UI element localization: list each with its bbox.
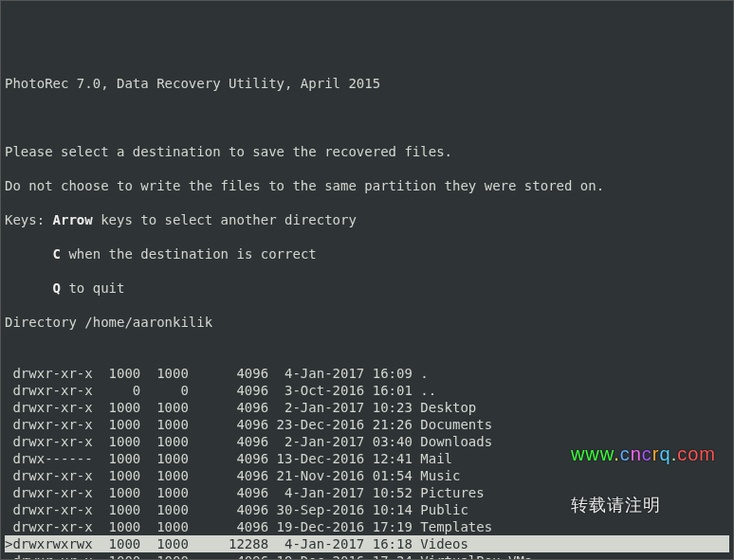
directory-row[interactable]: drwxr-xr-x 1000 1000 4096 23-Dec-2016 21… (5, 416, 729, 433)
directory-listing[interactable]: drwxr-xr-x 1000 1000 4096 4-Jan-2017 16:… (5, 365, 729, 560)
c-key-label: C (53, 246, 61, 262)
instruction-line: Please select a destination to save the … (5, 143, 729, 160)
keys-c: C when the destination is correct (5, 245, 729, 262)
directory-row[interactable]: drwxr-xr-x 0 0 4096 3-Oct-2016 16:01 .. (5, 382, 729, 399)
directory-row[interactable]: drwxr-xr-x 1000 1000 4096 30-Sep-2016 10… (5, 501, 729, 518)
instruction-line: Do not choose to write the files to the … (5, 177, 729, 194)
arrow-key-label: Arrow (53, 212, 93, 227)
current-directory: Directory /home/aaronkilik (5, 314, 729, 331)
directory-row[interactable]: drwxr-xr-x 1000 1000 4096 21-Nov-2016 01… (5, 467, 729, 484)
q-key-label: Q (53, 280, 61, 296)
directory-row[interactable]: drwxr-xr-x 1000 1000 4096 19-Dec-2016 17… (5, 518, 729, 535)
q-key-desc: to quit (61, 280, 124, 296)
directory-row[interactable]: drwxr-xr-x 1000 1000 4096 2-Jan-2017 10:… (5, 399, 729, 416)
app-title: PhotoRec 7.0, Data Recovery Utility, Apr… (5, 75, 729, 92)
keys-arrow: Keys: Arrow keys to select another direc… (5, 211, 729, 228)
arrow-key-desc: keys to select another directory (93, 212, 357, 227)
c-key-desc: when the destination is correct (61, 246, 317, 262)
directory-row[interactable]: drwxr-xr-x 1000 1000 4096 2-Jan-2017 03:… (5, 433, 729, 450)
pad (5, 246, 53, 262)
keys-q: Q to quit (5, 280, 729, 297)
spacer (5, 109, 729, 126)
pad (5, 280, 53, 296)
directory-row[interactable]: drwxr-xr-x 1000 1000 4096 4-Jan-2017 10:… (5, 484, 729, 501)
directory-row[interactable]: >drwxrwxrwx 1000 1000 12288 4-Jan-2017 1… (5, 535, 729, 552)
keys-prefix: Keys: (5, 212, 53, 227)
directory-row[interactable]: drwxr-xr-x 1000 1000 4096 19-Dec-2016 17… (5, 552, 729, 560)
directory-row[interactable]: drwx------ 1000 1000 4096 13-Dec-2016 12… (5, 450, 729, 467)
directory-row[interactable]: drwxr-xr-x 1000 1000 4096 4-Jan-2017 16:… (5, 365, 729, 382)
